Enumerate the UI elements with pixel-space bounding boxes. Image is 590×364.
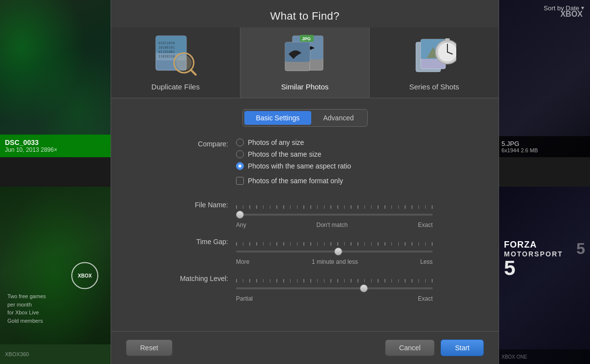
compare-controls: Photos of any size Photos of the same si…: [236, 139, 433, 192]
tick: [391, 242, 392, 246]
radio-same-size[interactable]: Photos of the same size: [236, 150, 433, 158]
tick: [283, 242, 284, 246]
tick: [249, 205, 250, 209]
right-fileinfo: 6x1944 2.6 MB: [502, 147, 585, 153]
file-name-label: File Name:: [177, 199, 236, 209]
duplicate-files-label: Duplicate Files: [151, 83, 200, 91]
tick: [351, 279, 352, 282]
tick: [405, 205, 406, 209]
compare-label: Compare:: [177, 139, 236, 148]
tick: [324, 279, 325, 282]
time-gap-ticks: [236, 242, 433, 246]
tick: [337, 279, 338, 282]
reset-button[interactable]: Reset: [126, 339, 173, 356]
tick: [310, 279, 311, 282]
format-only-row[interactable]: Photos of the same format only: [236, 177, 433, 185]
tab-duplicate-files[interactable]: 01011010 10100101 01101001 11010110 Dupl…: [111, 28, 240, 98]
tick: [270, 242, 271, 246]
tick: [263, 205, 264, 209]
tick: [351, 242, 352, 246]
radio-any-size[interactable]: Photos of any size: [236, 139, 433, 146]
tab-similar-photos[interactable]: JPG RAW Similar Photos: [240, 28, 370, 98]
radio-same-size-button[interactable]: [236, 150, 244, 158]
tick: [432, 242, 433, 246]
matching-level-track[interactable]: [236, 287, 433, 289]
settings-tab-basic[interactable]: Basic Settings: [244, 111, 312, 125]
start-button[interactable]: Start: [441, 339, 484, 356]
time-gap-thumb[interactable]: [334, 248, 342, 255]
tick: [344, 242, 345, 246]
radio-same-aspect[interactable]: Photos with the same aspect ratio: [236, 162, 433, 170]
time-gap-labels: More 1 minute and less Less: [236, 258, 433, 265]
tick: [297, 279, 298, 282]
matching-level-row: Matching Level:: [177, 273, 433, 302]
time-gap-label: Time Gap:: [177, 236, 236, 246]
tick: [330, 205, 331, 209]
tick: [398, 205, 399, 209]
radio-same-size-label: Photos of the same size: [248, 150, 321, 158]
file-name-slider[interactable]: [236, 210, 433, 220]
left-filename: DSC_0033: [5, 139, 106, 146]
tick: [384, 242, 385, 246]
tick: [297, 242, 298, 246]
tab-series-of-shots[interactable]: Series of Shots: [370, 28, 499, 98]
tick: [418, 205, 419, 209]
tick: [357, 205, 358, 209]
file-name-row: File Name:: [177, 199, 433, 228]
tick: [249, 279, 250, 282]
tick: [344, 205, 345, 209]
sort-label[interactable]: Sort by Date: [544, 4, 579, 12]
tick: [243, 205, 244, 209]
left-file-info: DSC_0033 Jun 10, 2013 2896×: [0, 135, 111, 157]
svg-text:01011010: 01011010: [158, 41, 175, 45]
time-gap-track[interactable]: [236, 251, 433, 252]
radio-same-aspect-button[interactable]: [236, 162, 244, 170]
tick: [405, 242, 406, 246]
tick: [412, 279, 413, 282]
dialog-footer: Reset Cancel Start: [111, 331, 499, 364]
tick: [351, 205, 352, 209]
tick: [256, 205, 257, 209]
format-only-checkbox[interactable]: [236, 177, 244, 185]
matching-level-slider-wrapper: [236, 273, 433, 293]
time-gap-label-center: 1 minute and less: [312, 258, 358, 265]
tick: [384, 279, 385, 282]
tick: [303, 205, 304, 209]
tick: [405, 279, 406, 282]
tick: [337, 205, 338, 209]
svg-text:01101001: 01101001: [158, 50, 175, 54]
tick: [364, 279, 365, 282]
tick: [236, 242, 237, 246]
cancel-button[interactable]: Cancel: [385, 339, 435, 356]
tick: [276, 242, 277, 246]
time-gap-slider[interactable]: [236, 247, 433, 256]
radio-any-size-button[interactable]: [236, 139, 244, 146]
bg-left-image: DSC_0033 Jun 10, 2013 2896×: [0, 0, 111, 157]
file-name-track[interactable]: [236, 214, 433, 216]
tick: [290, 242, 291, 246]
matching-level-labels: Partial Exact: [236, 295, 433, 302]
file-name-thumb[interactable]: [236, 211, 244, 219]
tick: [412, 205, 413, 209]
tick: [398, 279, 399, 282]
tick: [425, 279, 426, 282]
compare-row: Compare: Photos of any size Photos of th…: [177, 139, 433, 192]
tick: [398, 242, 399, 246]
matching-level-thumb[interactable]: [360, 284, 368, 292]
sort-arrow-icon: ▾: [581, 4, 584, 11]
tick: [276, 279, 277, 282]
svg-text:10100101: 10100101: [158, 46, 175, 50]
file-name-label-center: Don't match: [317, 222, 348, 228]
tick: [371, 205, 372, 209]
tick: [378, 205, 379, 209]
settings-tab-advanced[interactable]: Advanced: [311, 111, 365, 125]
tick: [357, 242, 358, 246]
tick: [371, 242, 372, 246]
tick: [256, 242, 257, 246]
matching-level-slider[interactable]: [236, 283, 433, 293]
svg-point-8: [176, 55, 192, 71]
tick: [263, 279, 264, 282]
tick: [290, 205, 291, 209]
svg-text:11010110: 11010110: [158, 55, 175, 58]
svg-line-9: [191, 70, 196, 75]
